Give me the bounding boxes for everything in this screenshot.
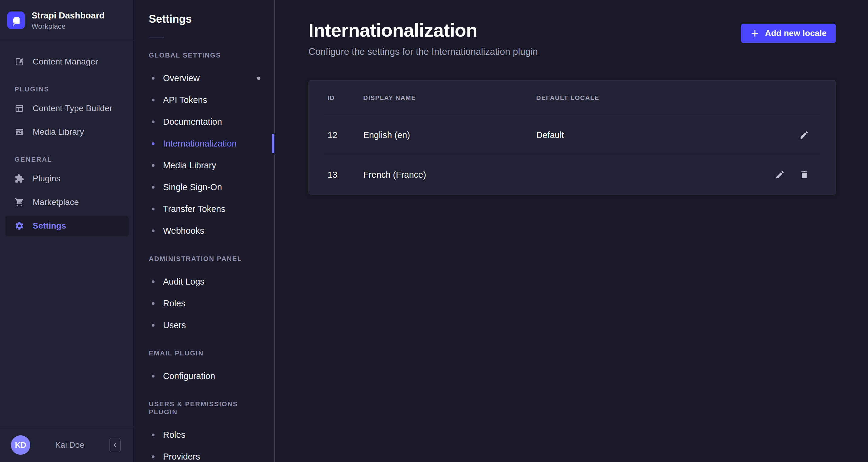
subnav-section-users-permissions-plugin: USERS & PERMISSIONS PLUGIN — [149, 400, 260, 416]
workspace-subtitle: Workplace — [31, 22, 105, 31]
subnav-item-api-tokens[interactable]: API Tokens — [134, 89, 274, 111]
bullet-icon — [152, 280, 155, 283]
subnav-item-up-roles[interactable]: Roles — [134, 424, 274, 446]
subnav-item-audit-logs[interactable]: Audit Logs — [134, 271, 274, 292]
bullet-icon — [152, 208, 155, 210]
page-header: Internationalization Configure the setti… — [309, 19, 836, 57]
page-title: Internationalization — [309, 19, 538, 41]
subnav-section-global-settings: GLOBAL SETTINGS — [149, 52, 260, 59]
bullet-icon — [152, 164, 155, 167]
subnav-item-label: Single Sign-On — [163, 182, 222, 192]
collapse-sidebar-button[interactable] — [109, 438, 121, 452]
nav-item-label: Settings — [33, 221, 66, 231]
subnav-item-media-library[interactable]: Media Library — [134, 154, 274, 176]
nav-item-label: Content Manager — [33, 57, 98, 67]
subnav-title: Settings — [149, 13, 274, 25]
nav-item-marketplace[interactable]: Marketplace — [5, 192, 128, 212]
subnav-item-label: Roles — [163, 298, 185, 309]
subnav-item-internationalization[interactable]: Internationalization — [134, 133, 274, 154]
bullet-icon — [152, 230, 155, 232]
main-nav: Strapi Dashboard Workplace Content Manag… — [0, 0, 134, 462]
subnav-item-label: Webhooks — [163, 226, 205, 236]
bullet-icon — [152, 142, 155, 145]
subnav-section-administration-panel: ADMINISTRATION PANEL — [149, 255, 260, 263]
active-page-indicator — [272, 134, 274, 153]
add-new-locale-label: Add new locale — [765, 28, 827, 38]
nav-item-settings[interactable]: Settings — [5, 215, 128, 236]
nav-item-label: Plugins — [33, 174, 61, 183]
subnav-item-single-sign-on[interactable]: Single Sign-On — [134, 176, 274, 198]
user-name: Kai Doe — [36, 440, 103, 450]
subnav-item-label: Roles — [163, 430, 185, 440]
pencil-icon — [799, 130, 809, 140]
nav-item-label: Media Library — [33, 127, 84, 137]
subnav-item-label: API Tokens — [163, 95, 207, 105]
bullet-icon — [152, 375, 155, 378]
workspace-title: Strapi Dashboard — [31, 10, 105, 21]
subnav-list-email: Configuration — [134, 365, 274, 387]
nav-item-media-library[interactable]: Media Library — [5, 122, 128, 142]
subnav-divider — [149, 37, 164, 38]
nav-item-label: Marketplace — [33, 197, 79, 207]
nav-item-label: Content-Type Builder — [33, 104, 112, 113]
subnav-section-email-plugin: EMAIL PLUGIN — [149, 349, 260, 357]
workspace-brand[interactable]: Strapi Dashboard Workplace — [0, 0, 134, 41]
strapi-logo-icon — [7, 11, 25, 29]
add-new-locale-button[interactable]: Add new locale — [741, 24, 836, 43]
cart-icon — [14, 197, 24, 207]
subnav-list-users-permissions: Roles Providers — [134, 424, 274, 462]
cell-display-name: English (en) — [363, 130, 536, 140]
bullet-icon — [152, 77, 155, 80]
subnav-item-label: Media Library — [163, 161, 216, 170]
bullet-icon — [152, 324, 155, 327]
edit-locale-button[interactable] — [799, 130, 809, 140]
cell-display-name: French (France) — [363, 170, 536, 180]
media-library-icon — [14, 127, 24, 137]
subnav-item-webhooks[interactable]: Webhooks — [134, 220, 274, 241]
bullet-icon — [152, 455, 155, 458]
column-header-id: ID — [328, 94, 363, 102]
trash-icon — [799, 170, 809, 179]
page-subtitle: Configure the settings for the Internati… — [309, 46, 538, 57]
subnav-item-documentation[interactable]: Documentation — [134, 111, 274, 133]
chevron-left-icon — [112, 442, 118, 449]
subnav-item-providers[interactable]: Providers — [134, 446, 274, 462]
main-content: Internationalization Configure the setti… — [275, 0, 868, 462]
subnav-item-label: Overview — [163, 73, 199, 83]
cell-default-locale: Default — [536, 130, 743, 140]
main-nav-items: Content Manager PLUGINS Content-Type Bui… — [0, 41, 134, 428]
column-header-default-locale: DEFAULT LOCALE — [536, 94, 743, 102]
subnav-item-overview[interactable]: Overview — [134, 67, 274, 89]
brand-text: Strapi Dashboard Workplace — [31, 10, 105, 31]
subnav-item-label: Configuration — [163, 371, 215, 381]
bullet-icon — [152, 186, 155, 189]
avatar[interactable]: KD — [11, 435, 30, 455]
content-type-builder-icon — [14, 104, 24, 113]
locales-table: ID DISPLAY NAME DEFAULT LOCALE 12 Englis… — [309, 80, 836, 195]
nav-section-plugins: PLUGINS — [14, 85, 120, 93]
notification-dot — [257, 77, 260, 80]
cell-id: 12 — [328, 130, 363, 140]
subnav-list-admin: Audit Logs Roles Users — [134, 271, 274, 336]
plus-icon — [750, 29, 760, 38]
subnav-item-admin-roles[interactable]: Roles — [134, 292, 274, 314]
settings-subnav: Settings GLOBAL SETTINGS Overview API To… — [134, 0, 275, 462]
nav-item-content-type-builder[interactable]: Content-Type Builder — [5, 98, 128, 119]
nav-item-content-manager[interactable]: Content Manager — [5, 52, 128, 72]
row-actions — [743, 130, 809, 140]
puzzle-icon — [14, 174, 24, 183]
bullet-icon — [152, 302, 155, 305]
subnav-item-configuration[interactable]: Configuration — [134, 365, 274, 387]
subnav-item-transfer-tokens[interactable]: Transfer Tokens — [134, 198, 274, 220]
subnav-item-label: Documentation — [163, 117, 222, 127]
delete-locale-button[interactable] — [799, 170, 809, 179]
content-manager-icon — [14, 57, 24, 67]
bullet-icon — [152, 434, 155, 436]
nav-item-plugins[interactable]: Plugins — [5, 168, 128, 189]
pencil-icon — [775, 170, 785, 179]
user-area: KD Kai Doe — [0, 428, 134, 462]
subnav-item-label: Providers — [163, 452, 200, 462]
subnav-item-users[interactable]: Users — [134, 314, 274, 336]
edit-locale-button[interactable] — [775, 170, 785, 179]
table-row: 12 English (en) Default — [309, 115, 836, 155]
